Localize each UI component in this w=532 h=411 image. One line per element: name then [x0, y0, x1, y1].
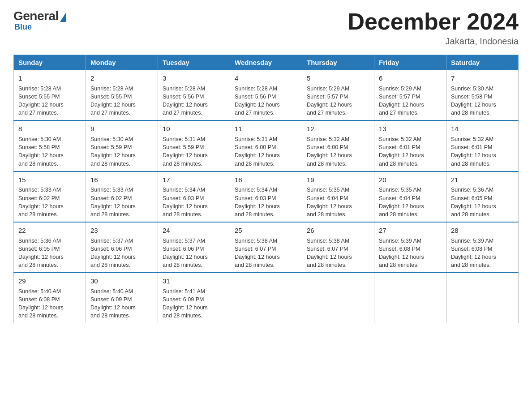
day-info: Sunrise: 5:29 AMSunset: 5:57 PMDaylight:…: [307, 85, 369, 117]
logo-blue-text: Blue: [14, 22, 32, 32]
calendar-cell: 23Sunrise: 5:37 AMSunset: 6:06 PMDayligh…: [86, 222, 158, 273]
calendar-week-row: 8Sunrise: 5:30 AMSunset: 5:58 PMDaylight…: [14, 120, 519, 171]
title-block: December 2024 Jakarta, Indonesia: [348, 9, 519, 47]
weekday-header-sunday: Sunday: [14, 55, 86, 70]
day-number: 21: [451, 175, 514, 185]
day-info: Sunrise: 5:32 AMSunset: 6:01 PMDaylight:…: [451, 135, 514, 168]
day-info: Sunrise: 5:30 AMSunset: 5:58 PMDaylight:…: [451, 85, 514, 117]
logo-triangle-icon: [60, 12, 66, 22]
calendar-cell: [230, 273, 302, 323]
calendar-week-row: 15Sunrise: 5:33 AMSunset: 6:02 PMDayligh…: [14, 171, 519, 222]
day-number: 4: [235, 73, 297, 83]
calendar-cell: 22Sunrise: 5:36 AMSunset: 6:05 PMDayligh…: [14, 222, 86, 273]
calendar-cell: 26Sunrise: 5:38 AMSunset: 6:07 PMDayligh…: [302, 222, 374, 273]
calendar-cell: 7Sunrise: 5:30 AMSunset: 5:58 PMDaylight…: [446, 70, 519, 121]
day-number: 27: [379, 226, 442, 235]
calendar-cell: 3Sunrise: 5:28 AMSunset: 5:56 PMDaylight…: [158, 70, 230, 121]
day-number: 15: [18, 175, 81, 185]
day-info: Sunrise: 5:36 AMSunset: 6:05 PMDaylight:…: [18, 237, 81, 270]
day-info: Sunrise: 5:28 AMSunset: 5:56 PMDaylight:…: [163, 85, 225, 117]
location-subtitle: Jakarta, Indonesia: [348, 36, 519, 47]
calendar-cell: 9Sunrise: 5:30 AMSunset: 5:59 PMDaylight…: [86, 120, 158, 171]
day-info: Sunrise: 5:37 AMSunset: 6:06 PMDaylight:…: [90, 237, 153, 270]
weekday-header-saturday: Saturday: [446, 55, 519, 70]
weekday-header-thursday: Thursday: [302, 55, 374, 70]
calendar-cell: 15Sunrise: 5:33 AMSunset: 6:02 PMDayligh…: [14, 171, 86, 222]
calendar-cell: 30Sunrise: 5:40 AMSunset: 6:09 PMDayligh…: [86, 273, 158, 323]
calendar-cell: 6Sunrise: 5:29 AMSunset: 5:57 PMDaylight…: [374, 70, 446, 121]
day-info: Sunrise: 5:32 AMSunset: 6:00 PMDaylight:…: [307, 135, 369, 168]
day-info: Sunrise: 5:37 AMSunset: 6:06 PMDaylight:…: [163, 237, 225, 270]
day-number: 3: [163, 73, 225, 83]
day-info: Sunrise: 5:40 AMSunset: 6:09 PMDaylight:…: [90, 287, 153, 320]
calendar-cell: 10Sunrise: 5:31 AMSunset: 5:59 PMDayligh…: [158, 120, 230, 171]
calendar-cell: 16Sunrise: 5:33 AMSunset: 6:02 PMDayligh…: [86, 171, 158, 222]
calendar-cell: [446, 273, 519, 323]
day-number: 22: [18, 226, 81, 235]
day-number: 23: [90, 226, 153, 235]
calendar-cell: 28Sunrise: 5:39 AMSunset: 6:08 PMDayligh…: [446, 222, 519, 273]
day-number: 14: [451, 124, 514, 134]
day-number: 12: [307, 124, 369, 134]
calendar-cell: 12Sunrise: 5:32 AMSunset: 6:00 PMDayligh…: [302, 120, 374, 171]
day-number: 26: [307, 226, 369, 235]
day-info: Sunrise: 5:39 AMSunset: 6:08 PMDaylight:…: [451, 237, 514, 270]
calendar-cell: 5Sunrise: 5:29 AMSunset: 5:57 PMDaylight…: [302, 70, 374, 121]
calendar-cell: 24Sunrise: 5:37 AMSunset: 6:06 PMDayligh…: [158, 222, 230, 273]
calendar-cell: 25Sunrise: 5:38 AMSunset: 6:07 PMDayligh…: [230, 222, 302, 273]
day-number: 11: [235, 124, 297, 134]
day-info: Sunrise: 5:30 AMSunset: 5:59 PMDaylight:…: [90, 135, 153, 168]
day-info: Sunrise: 5:40 AMSunset: 6:08 PMDaylight:…: [18, 287, 81, 320]
logo: General Blue: [13, 9, 66, 32]
weekday-header-monday: Monday: [86, 55, 158, 70]
day-info: Sunrise: 5:39 AMSunset: 6:08 PMDaylight:…: [379, 237, 442, 270]
day-number: 7: [451, 73, 514, 83]
calendar-cell: 14Sunrise: 5:32 AMSunset: 6:01 PMDayligh…: [446, 120, 519, 171]
calendar-cell: [374, 273, 446, 323]
weekday-header-wednesday: Wednesday: [230, 55, 302, 70]
calendar-week-row: 1Sunrise: 5:28 AMSunset: 5:55 PMDaylight…: [14, 70, 519, 121]
calendar-cell: 8Sunrise: 5:30 AMSunset: 5:58 PMDaylight…: [14, 120, 86, 171]
day-info: Sunrise: 5:31 AMSunset: 6:00 PMDaylight:…: [235, 135, 297, 168]
calendar-week-row: 29Sunrise: 5:40 AMSunset: 6:08 PMDayligh…: [14, 273, 519, 323]
day-number: 19: [307, 175, 369, 185]
day-info: Sunrise: 5:38 AMSunset: 6:07 PMDaylight:…: [235, 237, 297, 270]
day-info: Sunrise: 5:28 AMSunset: 5:55 PMDaylight:…: [18, 85, 81, 117]
day-number: 25: [235, 226, 297, 235]
calendar-cell: 27Sunrise: 5:39 AMSunset: 6:08 PMDayligh…: [374, 222, 446, 273]
page-header: General Blue December 2024 Jakarta, Indo…: [13, 9, 519, 47]
day-info: Sunrise: 5:35 AMSunset: 6:04 PMDaylight:…: [307, 186, 369, 218]
day-info: Sunrise: 5:29 AMSunset: 5:57 PMDaylight:…: [379, 85, 442, 117]
day-number: 16: [90, 175, 153, 185]
day-info: Sunrise: 5:30 AMSunset: 5:58 PMDaylight:…: [18, 135, 81, 168]
calendar-cell: 1Sunrise: 5:28 AMSunset: 5:55 PMDaylight…: [14, 70, 86, 121]
day-info: Sunrise: 5:31 AMSunset: 5:59 PMDaylight:…: [163, 135, 225, 168]
day-number: 8: [18, 124, 81, 134]
day-info: Sunrise: 5:33 AMSunset: 6:02 PMDaylight:…: [18, 186, 81, 218]
weekday-header-friday: Friday: [374, 55, 446, 70]
day-info: Sunrise: 5:35 AMSunset: 6:04 PMDaylight:…: [379, 186, 442, 218]
weekday-header-row: SundayMondayTuesdayWednesdayThursdayFrid…: [14, 55, 519, 70]
calendar-cell: 31Sunrise: 5:41 AMSunset: 6:09 PMDayligh…: [158, 273, 230, 323]
day-info: Sunrise: 5:36 AMSunset: 6:05 PMDaylight:…: [451, 186, 514, 218]
logo-general-text: General: [13, 9, 59, 23]
calendar-cell: 17Sunrise: 5:34 AMSunset: 6:03 PMDayligh…: [158, 171, 230, 222]
day-info: Sunrise: 5:34 AMSunset: 6:03 PMDaylight:…: [235, 186, 297, 218]
day-info: Sunrise: 5:28 AMSunset: 5:56 PMDaylight:…: [235, 85, 297, 117]
day-info: Sunrise: 5:28 AMSunset: 5:55 PMDaylight:…: [90, 85, 153, 117]
day-number: 13: [379, 124, 442, 134]
day-number: 6: [379, 73, 442, 83]
day-info: Sunrise: 5:32 AMSunset: 6:01 PMDaylight:…: [379, 135, 442, 168]
day-number: 2: [90, 73, 153, 83]
day-info: Sunrise: 5:34 AMSunset: 6:03 PMDaylight:…: [163, 186, 225, 218]
calendar-cell: 29Sunrise: 5:40 AMSunset: 6:08 PMDayligh…: [14, 273, 86, 323]
calendar-cell: 11Sunrise: 5:31 AMSunset: 6:00 PMDayligh…: [230, 120, 302, 171]
day-number: 10: [163, 124, 225, 134]
day-number: 1: [18, 73, 81, 83]
day-info: Sunrise: 5:33 AMSunset: 6:02 PMDaylight:…: [90, 186, 153, 218]
calendar-week-row: 22Sunrise: 5:36 AMSunset: 6:05 PMDayligh…: [14, 222, 519, 273]
day-number: 30: [90, 276, 153, 286]
calendar-cell: 21Sunrise: 5:36 AMSunset: 6:05 PMDayligh…: [446, 171, 519, 222]
calendar-cell: [302, 273, 374, 323]
day-number: 29: [18, 276, 81, 286]
